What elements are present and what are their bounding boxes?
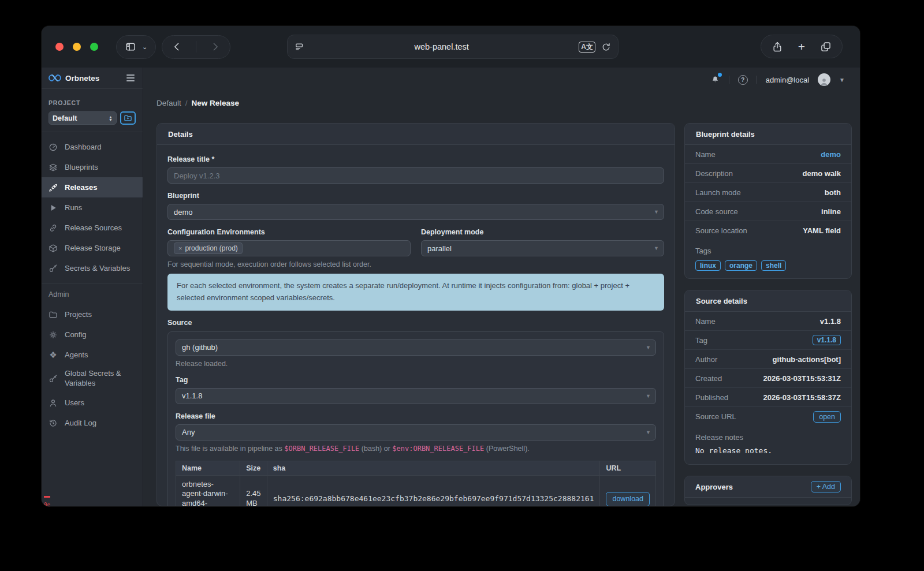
release-file-select[interactable]: Any ▼ xyxy=(176,424,656,441)
tag-label: Tag xyxy=(176,376,656,384)
nav-buttons-group xyxy=(162,35,230,59)
sidebar-item-projects[interactable]: Projects xyxy=(42,304,143,324)
user-bar: ? admin@local ▼ xyxy=(143,69,860,91)
sidebar-item-runs[interactable]: Runs xyxy=(42,197,143,218)
hamburger-menu-icon[interactable] xyxy=(125,73,136,83)
sidebar-item-release-storage[interactable]: Release Storage xyxy=(42,238,143,258)
detail-row: Created 2026-03-03T15:53:31Z xyxy=(685,369,851,388)
sidebar-item-global-secrets[interactable]: Global Secrets & Variables xyxy=(42,365,143,393)
tag-badge[interactable]: shell xyxy=(761,260,786,271)
sidebar-item-label: Releases xyxy=(65,183,97,192)
detail-label: Description xyxy=(695,169,733,178)
detail-row: Source URL open xyxy=(685,407,851,426)
detail-row: Name demo xyxy=(685,145,851,164)
chevron-down-icon: ▼ xyxy=(646,430,651,435)
detail-row: Published 2026-03-03T15:58:37Z xyxy=(685,388,851,407)
detail-row: Tag v1.1.8 xyxy=(685,331,851,350)
download-button[interactable]: download xyxy=(606,492,650,506)
account-chevron-down-icon[interactable]: ▼ xyxy=(839,77,845,83)
sidebar-menu-chevron-icon[interactable]: ⌄ xyxy=(142,43,147,51)
tag-badge[interactable]: linux xyxy=(695,260,721,271)
admin-section-label: Admin xyxy=(42,288,143,304)
chevron-down-icon: ▼ xyxy=(654,245,659,251)
breadcrumb-project-link[interactable]: Default xyxy=(157,99,181,107)
translate-icon[interactable]: A文 xyxy=(579,42,595,53)
blueprint-name-link[interactable]: demo xyxy=(821,150,841,159)
project-select[interactable]: Default ▲▼ xyxy=(49,111,117,125)
sidebar-item-release-sources[interactable]: Release Sources xyxy=(42,218,143,238)
deployment-mode-select[interactable]: parallel ▼ xyxy=(421,240,664,256)
address-bar[interactable]: web-panel.test A文 xyxy=(287,35,619,59)
sidebar-item-blueprints[interactable]: Blueprints xyxy=(42,157,143,177)
close-window-button[interactable] xyxy=(55,43,64,51)
nav-divider xyxy=(196,41,196,53)
tag-select[interactable]: v1.1.8 ▼ xyxy=(176,388,656,404)
user-email[interactable]: admin@local xyxy=(766,76,809,84)
add-approver-button[interactable]: + Add xyxy=(811,481,841,492)
detail-value: demo walk xyxy=(803,169,841,178)
table-header-row: Name Size sha URL xyxy=(176,461,656,475)
brand-name[interactable]: Orbnetes xyxy=(65,74,121,83)
minimize-window-button[interactable] xyxy=(73,43,81,51)
detail-label: Name xyxy=(695,150,716,159)
detail-value: both xyxy=(825,188,841,197)
link-icon xyxy=(49,223,58,233)
detail-value: github-actions[bot] xyxy=(773,355,841,364)
sidebar-item-label: Audit Log xyxy=(65,419,96,427)
tag-badge[interactable]: orange xyxy=(725,260,757,271)
sidebar-item-agents[interactable]: ❖ Agents xyxy=(42,345,143,365)
sidebar-item-label: Runs xyxy=(65,203,82,212)
url-text[interactable]: web-panel.test xyxy=(304,42,579,51)
forward-button-icon[interactable] xyxy=(209,41,221,53)
folder-icon xyxy=(49,310,58,319)
sidebar-item-releases[interactable]: Releases xyxy=(42,177,143,197)
source-tag-badge[interactable]: v1.1.8 xyxy=(813,335,841,345)
sidebar-toggle-icon[interactable] xyxy=(125,41,136,53)
notifications-button[interactable] xyxy=(710,74,720,86)
orbnetes-logo-icon xyxy=(49,74,61,82)
sidebar-item-audit-log[interactable]: Audit Log xyxy=(42,413,143,433)
chip-label: production (prod) xyxy=(185,244,237,252)
browser-toolbar: ⌄ web-panel.test A文 + xyxy=(42,26,860,68)
detail-row: Source location YAML field xyxy=(685,221,851,240)
source-select[interactable]: gh (github) ▼ xyxy=(176,339,656,356)
rocket-icon xyxy=(49,183,58,192)
tags-label: Tags xyxy=(695,247,711,255)
chip-remove-icon[interactable]: × xyxy=(178,245,182,252)
tags-block: Tags linux orange shell xyxy=(685,240,851,278)
person-icon xyxy=(819,77,829,86)
project-label: PROJECT xyxy=(49,99,136,106)
sidebar-item-secrets-variables[interactable]: Secrets & Variables xyxy=(42,258,143,278)
reader-icon[interactable] xyxy=(295,42,304,52)
help-icon[interactable]: ? xyxy=(738,75,748,85)
sidebar-item-dashboard[interactable]: Dashboard xyxy=(42,137,143,157)
userbar-divider xyxy=(729,76,729,84)
column-header-name: Name xyxy=(176,461,240,475)
avatar[interactable] xyxy=(818,73,830,86)
back-button-icon[interactable] xyxy=(172,41,183,53)
sidebar-item-label: Global Secrets & Variables xyxy=(65,369,128,389)
layers-icon xyxy=(49,163,58,172)
detail-label: Created xyxy=(695,374,722,383)
blueprint-details-header: Blueprint details xyxy=(685,124,851,145)
sidebar-item-label: Secrets & Variables xyxy=(65,264,130,273)
reload-icon[interactable] xyxy=(601,42,611,52)
new-tab-icon[interactable]: + xyxy=(798,40,805,53)
key-icon xyxy=(49,264,58,273)
env-chip-production[interactable]: × production (prod) xyxy=(174,242,243,254)
config-env-multiselect[interactable]: × production (prod) xyxy=(167,240,411,256)
release-files-table: Name Size sha URL orbnetes-agent-darwin-… xyxy=(176,461,656,506)
blueprint-select[interactable]: demo ▼ xyxy=(167,204,664,220)
version-indicator: 0e xyxy=(44,496,50,506)
blueprint-details-card: Blueprint details Name demo Description … xyxy=(684,123,852,279)
sidebar-item-label: Release Sources xyxy=(65,223,122,232)
config-env-label: Configuration Environments xyxy=(167,228,411,236)
tab-overview-icon[interactable] xyxy=(820,41,832,53)
share-icon[interactable] xyxy=(772,41,783,53)
sidebar-item-users[interactable]: Users xyxy=(42,393,143,413)
zoom-window-button[interactable] xyxy=(90,43,98,51)
sidebar-item-config[interactable]: Config xyxy=(42,324,143,345)
open-source-url-button[interactable]: open xyxy=(813,411,841,423)
new-project-button[interactable] xyxy=(120,111,136,125)
release-title-input[interactable]: Deploy v1.2.3 xyxy=(167,167,664,184)
